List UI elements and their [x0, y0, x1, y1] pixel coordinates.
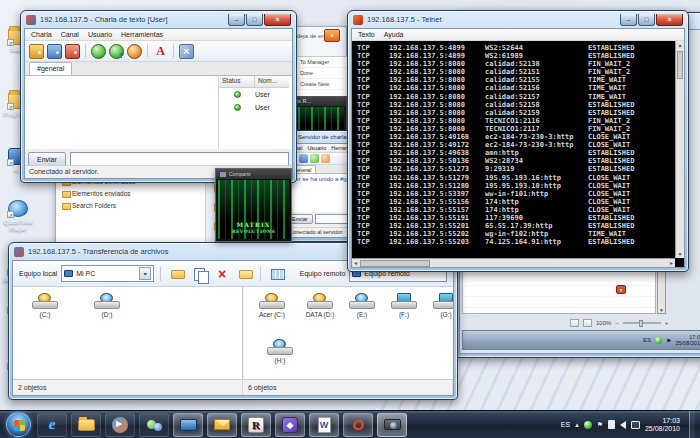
chat-message-area[interactable]: Status Nom... UserUser [25, 76, 292, 149]
folder-item[interactable]: Elementos enviados [56, 188, 205, 200]
name-column-header[interactable]: Nom... [255, 76, 280, 87]
show-hidden-icons-icon[interactable]: ▴ [575, 421, 579, 429]
menu-usuario[interactable]: Usuario [307, 145, 326, 151]
connection-row: TCP192.168.137.5:53397ww-in-f101:httpCLO… [357, 190, 672, 198]
state-cell: ESTABLISHED [588, 52, 672, 60]
tray-document-icon[interactable] [608, 420, 615, 429]
text-chat-window[interactable]: 192.168.137.5 - Charla de texto [User] –… [20, 10, 297, 183]
join-channel-icon[interactable] [29, 44, 44, 59]
language-indicator[interactable]: ES [561, 421, 570, 428]
matrix-image: MATRIX REVOLUTIONS [218, 180, 289, 239]
drive-item[interactable]: DATA (D:) [300, 293, 340, 318]
taskbar-button-radmin[interactable]: R [241, 413, 271, 437]
user-status-icon[interactable] [91, 44, 106, 59]
zoom-in-icon[interactable]: + [665, 320, 669, 326]
remote-pane[interactable]: Acer (C:)DATA (D:)(E:)(F:)(G:)(H:) [244, 287, 453, 379]
tray-status-icon[interactable] [584, 421, 592, 429]
close-icon: × [264, 14, 291, 26]
quick-step-item[interactable]: To Manager [290, 57, 348, 68]
user-status-cell [219, 91, 255, 98]
user-info-icon[interactable] [109, 44, 124, 59]
console-horizontal-scrollbar[interactable]: ◄► [352, 258, 675, 267]
quick-step-item[interactable]: Done [290, 68, 348, 79]
remote-address-cell: calidad:52159 [485, 109, 588, 117]
settings-wrench-icon[interactable] [179, 44, 194, 59]
close-icon[interactable]: × [324, 29, 340, 42]
telnet-window[interactable]: 192.168.137.5 - Telnet –□× TextoAyuda TC… [347, 10, 689, 272]
font-icon[interactable]: A [153, 44, 168, 59]
menu-usuario[interactable]: Usuario [88, 31, 112, 38]
viewer-toolbar-label[interactable]: Compartir [229, 169, 251, 179]
remote-tray-icon[interactable] [655, 337, 662, 344]
door-person-icon[interactable] [299, 154, 308, 163]
taskbar-button-chat-people[interactable] [139, 413, 169, 437]
taskbar-button-word-document[interactable]: W [309, 413, 339, 437]
drive-item[interactable]: (C:) [25, 293, 65, 318]
user-icon[interactable] [310, 154, 319, 163]
menu-charla[interactable]: Charla [31, 31, 52, 38]
view-grid-button[interactable] [267, 264, 286, 283]
local-pane[interactable]: (C:)(D:) [13, 287, 243, 379]
quick-step-item[interactable]: Create New [290, 79, 348, 90]
chat-caption-buttons[interactable]: –□× [227, 14, 291, 26]
folder-item[interactable]: Search Folders [56, 200, 205, 212]
drive-item[interactable]: Acer (C:) [252, 293, 292, 318]
taskbar-button-purple-app[interactable]: ◆ [275, 413, 305, 437]
drive-item[interactable]: (G:) [426, 293, 454, 318]
user-list-panel[interactable]: Status Nom... UserUser [218, 76, 289, 149]
status-column-header[interactable]: Status [219, 76, 255, 87]
remote-language-indicator[interactable]: ES [643, 337, 651, 343]
user-list-item[interactable]: User [219, 88, 289, 101]
connection-row: TCP192.168.137.5:8080calidad:52138FIN_WA… [357, 60, 672, 68]
delete-button[interactable]: × [213, 264, 232, 283]
drive-item[interactable]: (D:) [87, 293, 127, 318]
state-cell: TIME_WAIT [588, 93, 672, 101]
command-prompt[interactable]: D:\> [357, 254, 672, 255]
telnet-caption-buttons[interactable]: –□× [619, 14, 683, 26]
taskbar-button-remote-viewer[interactable] [173, 413, 203, 437]
open-folder-button[interactable] [167, 264, 186, 283]
channel-user-icon[interactable] [47, 44, 62, 59]
taskbar-button-internet-explorer[interactable]: e [37, 413, 67, 437]
remote-address-cell: WS2:28734 [485, 157, 588, 165]
taskbar: eR◆WO ES ▴ ⚑ 17:03 25/08/2010 [0, 410, 700, 438]
menu-texto[interactable]: Texto [358, 31, 375, 38]
network-icon[interactable] [631, 421, 640, 429]
drive-item[interactable]: (E:) [342, 293, 382, 318]
telnet-app-icon [353, 15, 363, 25]
close-icon: × [656, 14, 683, 26]
console-vertical-scrollbar[interactable]: ▲▼ [675, 41, 684, 258]
share-icon[interactable] [220, 172, 226, 177]
zoom-out-icon[interactable]: – [615, 320, 618, 326]
leave-channel-icon[interactable] [65, 44, 80, 59]
show-desktop-button[interactable] [689, 411, 695, 438]
volume-icon[interactable] [620, 421, 626, 429]
chevron-down-icon[interactable]: ▾ [139, 267, 151, 280]
local-computer-combo[interactable]: Mi PC ▾ [61, 265, 154, 282]
user-globe-icon[interactable] [321, 154, 330, 163]
taskbar-button-outlook[interactable] [207, 413, 237, 437]
channel-tab[interactable]: #general [29, 62, 72, 75]
drive-item[interactable]: (H:) [260, 339, 300, 364]
menu-canal[interactable]: Canal [61, 31, 79, 38]
start-button[interactable] [6, 412, 31, 437]
taskbar-button-camera[interactable] [377, 413, 407, 437]
image-viewer-window[interactable]: Compartir MATRIX REVOLUTIONS [215, 168, 292, 242]
taskbar-button-media-player[interactable] [105, 413, 135, 437]
remote-zoom-controls[interactable]: 100% – + [570, 317, 700, 328]
folder-up-button[interactable] [235, 264, 254, 283]
copy-button[interactable] [190, 264, 209, 283]
menu-ayuda[interactable]: Ayuda [384, 31, 404, 38]
drive-item[interactable]: (F:) [384, 293, 424, 318]
desktop-icon-4[interactable]: ↗QuickTime Player [0, 200, 36, 233]
action-center-flag-icon[interactable]: ⚑ [597, 421, 603, 429]
menu-herramientas[interactable]: Herramientas [121, 31, 163, 38]
remote-flag-icon[interactable]: ⚑ [666, 337, 671, 344]
user-globe-icon[interactable] [127, 44, 142, 59]
zoom-slider[interactable] [623, 322, 661, 324]
remote-close-icon[interactable]: × [616, 285, 626, 294]
user-list-item[interactable]: User [219, 101, 289, 114]
taskbar-clock[interactable]: 17:03 25/08/2010 [645, 417, 680, 433]
taskbar-button-opera[interactable]: O [343, 413, 373, 437]
taskbar-button-explorer-folder[interactable] [71, 413, 101, 437]
